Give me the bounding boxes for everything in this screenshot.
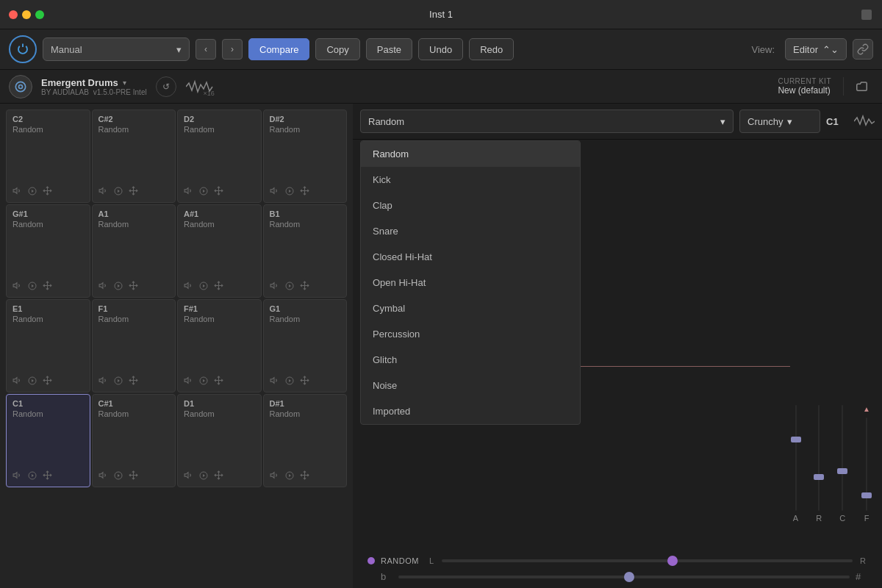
- move-icon[interactable]: [43, 281, 52, 293]
- move-icon[interactable]: [214, 470, 223, 482]
- dropdown-item-noise[interactable]: Noise: [361, 373, 580, 398]
- drum-pad-Cs1[interactable]: C#1 Random: [92, 394, 176, 487]
- close-button[interactable]: [9, 10, 18, 19]
- drum-pad-C2[interactable]: C2 Random: [6, 110, 90, 203]
- drum-pad-G1[interactable]: G1 Random: [263, 299, 348, 392]
- minimize-button[interactable]: [22, 10, 31, 19]
- play-icon[interactable]: [114, 471, 123, 482]
- waveform-mini-icon[interactable]: [854, 115, 875, 128]
- speaker-icon[interactable]: [12, 376, 22, 387]
- drum-pad-Ds2[interactable]: D#2 Random: [263, 110, 348, 203]
- kit-folder-button[interactable]: [853, 76, 873, 97]
- drum-pad-Cs2[interactable]: C#2 Random: [92, 110, 176, 203]
- dropdown-item-open-hi-hat[interactable]: Open Hi-Hat: [361, 270, 580, 295]
- sound-type-dropdown[interactable]: Random ▾: [360, 110, 734, 133]
- speaker-icon[interactable]: [184, 281, 193, 293]
- dropdown-item-closed-hi-hat[interactable]: Closed Hi-Hat: [361, 244, 580, 270]
- move-icon[interactable]: [129, 281, 138, 293]
- speaker-icon[interactable]: [270, 186, 279, 198]
- drum-pad-F1[interactable]: F1 Random: [92, 299, 176, 392]
- prev-button[interactable]: ‹: [196, 39, 216, 60]
- play-icon[interactable]: [285, 282, 294, 293]
- play-icon[interactable]: [114, 187, 123, 198]
- dropdown-item-imported[interactable]: Imported: [361, 398, 580, 424]
- play-icon[interactable]: [199, 471, 208, 482]
- play-icon[interactable]: [285, 471, 294, 482]
- release-slider[interactable]: [818, 405, 820, 511]
- speaker-icon[interactable]: [184, 186, 193, 198]
- move-icon[interactable]: [214, 281, 223, 293]
- play-icon[interactable]: [28, 376, 37, 387]
- speaker-icon[interactable]: [12, 281, 22, 293]
- preset-dropdown[interactable]: Manual ▾: [43, 37, 190, 61]
- compare-button[interactable]: Compare: [248, 38, 309, 60]
- move-icon[interactable]: [300, 376, 309, 387]
- speaker-icon[interactable]: [270, 470, 279, 482]
- undo-button[interactable]: Undo: [418, 38, 463, 60]
- cutoff-slider[interactable]: [842, 405, 843, 511]
- speaker-icon[interactable]: [98, 470, 108, 482]
- speaker-icon[interactable]: [12, 470, 22, 482]
- redo-button[interactable]: Redo: [469, 38, 514, 60]
- maximize-button[interactable]: [35, 10, 44, 19]
- next-button[interactable]: ›: [222, 39, 243, 60]
- drum-pad-A1[interactable]: A1 Random: [92, 204, 176, 298]
- link-button[interactable]: [853, 39, 873, 60]
- copy-button[interactable]: Copy: [315, 38, 359, 60]
- move-icon[interactable]: [300, 470, 309, 482]
- dropdown-item-glitch[interactable]: Glitch: [361, 347, 580, 373]
- drum-pad-Gs1[interactable]: G#1 Random: [6, 204, 90, 298]
- play-icon[interactable]: [114, 376, 123, 387]
- dropdown-item-clap[interactable]: Clap: [361, 193, 580, 218]
- dropdown-item-random[interactable]: Random: [361, 141, 580, 167]
- move-icon[interactable]: [129, 186, 138, 198]
- paste-button[interactable]: Paste: [366, 38, 412, 60]
- drum-pad-B1[interactable]: B1 Random: [263, 204, 348, 298]
- drum-pad-D1[interactable]: D1 Random: [177, 394, 262, 487]
- drum-pad-Fs1[interactable]: F#1 Random: [177, 299, 262, 392]
- move-icon[interactable]: [300, 281, 309, 293]
- speaker-icon[interactable]: [98, 376, 108, 387]
- speaker-icon[interactable]: [184, 470, 193, 482]
- move-icon[interactable]: [129, 470, 138, 482]
- refresh-button[interactable]: ↺: [156, 76, 176, 97]
- play-icon[interactable]: [285, 187, 294, 198]
- play-icon[interactable]: [285, 376, 294, 387]
- speaker-icon[interactable]: [98, 186, 108, 198]
- power-button[interactable]: [9, 35, 37, 63]
- style-dropdown[interactable]: Crunchy ▾: [739, 110, 820, 133]
- speaker-icon[interactable]: [12, 186, 22, 198]
- play-icon[interactable]: [28, 282, 37, 293]
- view-selector[interactable]: Editor ⌃⌄: [785, 38, 847, 60]
- play-icon[interactable]: [28, 187, 37, 198]
- move-icon[interactable]: [214, 376, 223, 387]
- drum-pad-D2[interactable]: D2 Random: [177, 110, 262, 203]
- speaker-icon[interactable]: [184, 376, 193, 387]
- dropdown-item-percussion[interactable]: Percussion: [361, 321, 580, 347]
- move-icon[interactable]: [43, 470, 52, 482]
- drum-pad-C1[interactable]: C1 Random: [6, 394, 90, 487]
- move-icon[interactable]: [214, 186, 223, 198]
- drum-pad-E1[interactable]: E1 Random: [6, 299, 90, 392]
- speaker-icon[interactable]: [270, 281, 279, 293]
- pan-slider[interactable]: [442, 559, 853, 562]
- move-icon[interactable]: [129, 376, 138, 387]
- dropdown-item-kick[interactable]: Kick: [361, 167, 580, 193]
- dropdown-item-cymbal[interactable]: Cymbal: [361, 295, 580, 321]
- play-icon[interactable]: [114, 282, 123, 293]
- attack-slider[interactable]: [795, 405, 797, 511]
- move-icon[interactable]: [300, 186, 309, 198]
- pitch-slider[interactable]: [398, 576, 850, 578]
- plugin-dropdown-icon[interactable]: ▾: [123, 79, 126, 87]
- play-icon[interactable]: [199, 282, 208, 293]
- drum-pad-As1[interactable]: A#1 Random: [177, 204, 262, 298]
- expand-button[interactable]: [861, 10, 872, 20]
- dropdown-item-snare[interactable]: Snare: [361, 218, 580, 244]
- waveform-button[interactable]: ×16: [185, 76, 215, 97]
- speaker-icon[interactable]: [270, 376, 279, 387]
- play-icon[interactable]: [199, 376, 208, 387]
- window-controls[interactable]: [9, 10, 44, 19]
- speaker-icon[interactable]: [98, 281, 108, 293]
- move-icon[interactable]: [43, 186, 52, 198]
- drum-pad-Ds1[interactable]: D#1 Random: [263, 394, 348, 487]
